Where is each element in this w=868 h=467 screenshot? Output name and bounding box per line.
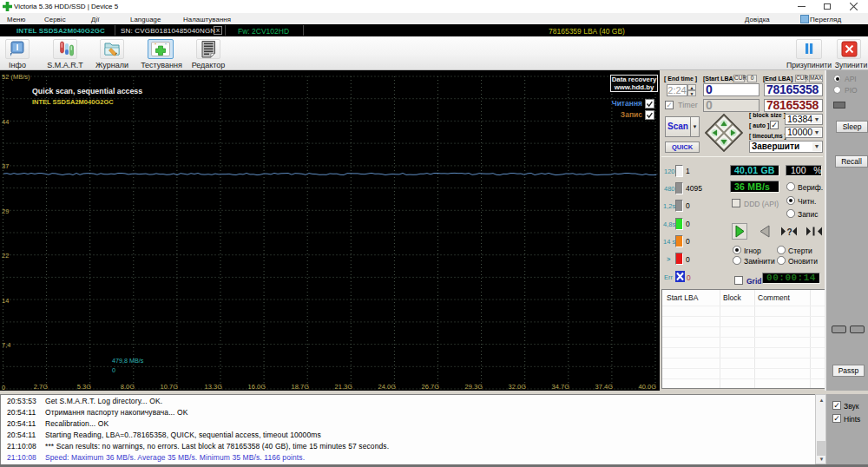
svg-text:18.7G: 18.7G xyxy=(292,383,310,391)
svg-text:44: 44 xyxy=(2,118,9,126)
svg-text:Запис: Запис xyxy=(621,110,642,119)
svg-text:34.7G: 34.7G xyxy=(552,383,570,391)
svg-text:479,8 MB/s: 479,8 MB/s xyxy=(112,357,144,365)
svg-text:Quick scan, sequential access: Quick scan, sequential access xyxy=(32,87,142,95)
svg-text:26.7G: 26.7G xyxy=(422,383,440,391)
svg-text:14: 14 xyxy=(2,297,9,305)
svg-text:16.0G: 16.0G xyxy=(248,383,266,391)
svg-text:13.3G: 13.3G xyxy=(205,383,223,391)
svg-text:Читання: Читання xyxy=(612,99,642,108)
svg-text:0: 0 xyxy=(2,384,5,391)
svg-text:8.0G: 8.0G xyxy=(121,383,135,391)
svg-text:2.7G: 2.7G xyxy=(34,383,48,391)
svg-text:24.0G: 24.0G xyxy=(378,383,397,391)
svg-text:37.4G: 37.4G xyxy=(595,383,614,391)
svg-text:www.hdd.by: www.hdd.by xyxy=(614,83,654,91)
svg-text:37: 37 xyxy=(2,162,9,170)
svg-text:10.7G: 10.7G xyxy=(161,383,179,391)
svg-text:INTEL SSDSA2M040G2GC: INTEL SSDSA2M040G2GC xyxy=(32,98,114,106)
svg-text:5.3G: 5.3G xyxy=(77,383,91,391)
svg-text:52 (MB/s): 52 (MB/s) xyxy=(2,73,30,81)
svg-text:32.0G: 32.0G xyxy=(509,383,527,391)
svg-text:29: 29 xyxy=(2,207,9,215)
svg-text:?: ? xyxy=(787,227,792,237)
svg-text:22: 22 xyxy=(2,252,9,260)
svg-text:40.0G: 40.0G xyxy=(639,383,657,391)
svg-text:0: 0 xyxy=(112,366,115,374)
svg-text:21.3G: 21.3G xyxy=(335,383,353,391)
svg-text:29.3G: 29.3G xyxy=(465,383,483,391)
svg-text:7,4: 7,4 xyxy=(2,341,10,349)
